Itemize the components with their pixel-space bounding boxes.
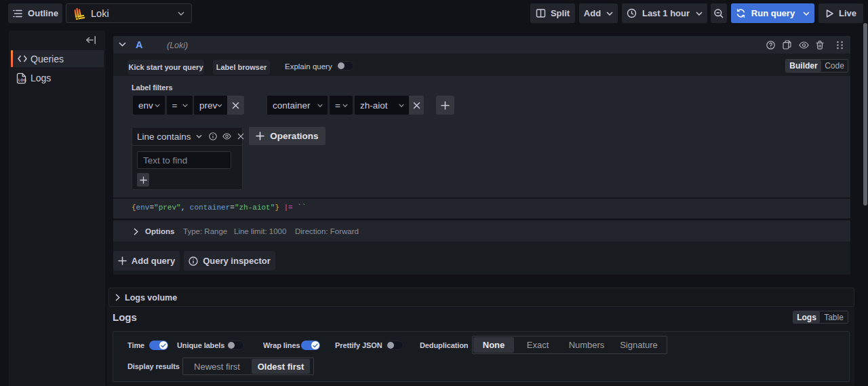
svg-text:LOG: LOG (18, 78, 26, 82)
